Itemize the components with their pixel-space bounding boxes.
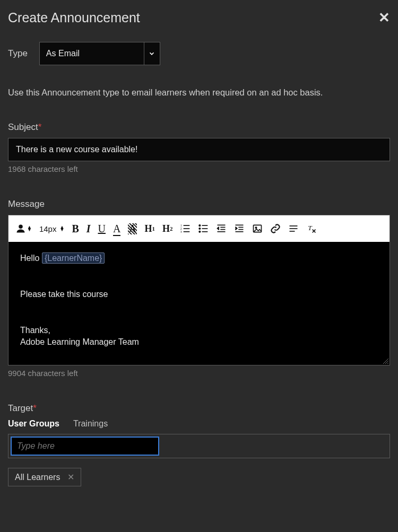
image-button[interactable] bbox=[252, 223, 263, 234]
editor-body[interactable]: Hello {LearnerName} Please take this cou… bbox=[8, 242, 390, 365]
align-button[interactable] bbox=[288, 223, 299, 234]
chip-label: All Learners bbox=[15, 473, 60, 482]
close-icon[interactable]: ✕ bbox=[378, 10, 390, 26]
link-button[interactable] bbox=[270, 223, 281, 234]
svg-point-9 bbox=[200, 228, 201, 230]
ordered-list-button[interactable]: 123 bbox=[180, 223, 191, 234]
heading2-button[interactable]: H2 bbox=[162, 223, 173, 234]
svg-point-7 bbox=[200, 225, 201, 226]
svg-point-11 bbox=[200, 231, 201, 233]
bold-button[interactable]: B bbox=[72, 223, 79, 235]
font-size-select[interactable]: 14px ▲▼ bbox=[39, 224, 64, 233]
svg-line-31 bbox=[387, 363, 388, 364]
message-label: Message bbox=[8, 199, 390, 210]
font-color-button[interactable]: A bbox=[113, 223, 120, 235]
message-hint: 9904 characters left bbox=[8, 369, 390, 378]
subject-hint: 1968 characters left bbox=[8, 164, 390, 173]
tab-trainings[interactable]: Trainings bbox=[73, 419, 108, 429]
required-asterisk: * bbox=[38, 122, 42, 132]
svg-point-22 bbox=[256, 227, 257, 229]
person-icon[interactable]: ▲▼ bbox=[16, 224, 32, 233]
highlight-button[interactable]: A bbox=[128, 223, 137, 234]
chip-remove-icon[interactable]: ✕ bbox=[67, 472, 74, 482]
type-label: Type bbox=[8, 48, 28, 59]
rich-text-editor: ▲▼ 14px ▲▼ B I U A A H1 H2 123 bbox=[8, 215, 390, 365]
message-line2: Please take this course bbox=[20, 290, 378, 299]
page-title: Create Announcement bbox=[8, 10, 140, 25]
svg-point-0 bbox=[19, 225, 23, 229]
unordered-list-button[interactable] bbox=[198, 223, 209, 234]
indent-button[interactable] bbox=[234, 223, 245, 234]
target-tabs: User Groups Trainings bbox=[8, 419, 390, 429]
type-select-value: As Email bbox=[40, 42, 144, 65]
svg-text:3: 3 bbox=[180, 230, 182, 233]
learner-name-token[interactable]: {LearnerName} bbox=[42, 252, 105, 264]
target-label: Target* bbox=[8, 403, 390, 414]
subject-input[interactable] bbox=[8, 138, 390, 161]
outdent-button[interactable] bbox=[216, 223, 227, 234]
chevron-down-icon bbox=[144, 42, 160, 65]
resize-handle-icon[interactable] bbox=[382, 357, 388, 364]
message-line4: Adobe Learning Manager Team bbox=[20, 337, 378, 347]
heading1-button[interactable]: H1 bbox=[144, 223, 155, 234]
editor-toolbar: ▲▼ 14px ▲▼ B I U A A H1 H2 123 bbox=[8, 215, 390, 242]
type-select[interactable]: As Email bbox=[39, 42, 160, 65]
message-line1-prefix: Hello bbox=[20, 254, 42, 263]
underline-button[interactable]: U bbox=[98, 223, 106, 235]
tab-user-groups[interactable]: User Groups bbox=[8, 419, 59, 429]
chip-all-learners: All Learners ✕ bbox=[8, 468, 81, 486]
svg-text:T: T bbox=[308, 224, 313, 232]
target-search-input[interactable] bbox=[11, 437, 159, 456]
target-input-container bbox=[8, 434, 390, 458]
type-description: Use this Announcement type to email lear… bbox=[8, 88, 390, 98]
message-line3: Thanks, bbox=[20, 326, 378, 335]
clear-format-button[interactable]: T bbox=[306, 223, 317, 234]
subject-label: Subject* bbox=[8, 122, 390, 133]
italic-button[interactable]: I bbox=[86, 223, 91, 235]
required-asterisk: * bbox=[33, 403, 37, 413]
